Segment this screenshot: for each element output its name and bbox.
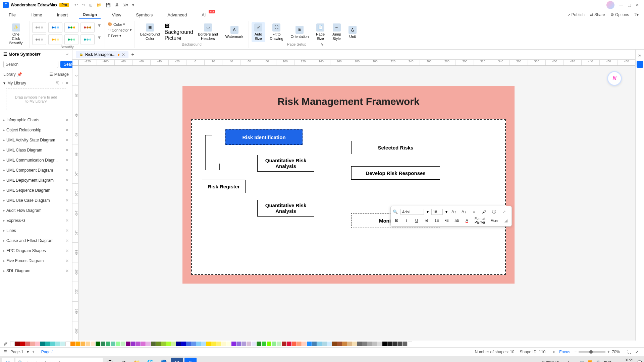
- color-swatch[interactable]: [186, 342, 191, 346]
- color-swatch[interactable]: [15, 342, 20, 346]
- right-panel-expand-icon[interactable]: »: [638, 52, 641, 58]
- theme-preset-4[interactable]: [80, 22, 95, 33]
- menu-advanced[interactable]: Advanced: [164, 11, 190, 19]
- node-quantitative-analysis-2[interactable]: Quantitative Risk Analysis: [257, 200, 314, 217]
- lib-item-close-icon[interactable]: ✕: [65, 188, 69, 193]
- page-size-button[interactable]: 📄Page Size: [313, 22, 327, 42]
- tray-notifications-icon[interactable]: 💬: [637, 360, 642, 362]
- color-swatch[interactable]: [337, 342, 342, 346]
- color-swatch[interactable]: [161, 342, 166, 346]
- color-swatch[interactable]: [282, 342, 286, 346]
- color-swatch[interactable]: [221, 342, 226, 346]
- lib-item-close-icon[interactable]: ✕: [65, 178, 69, 183]
- color-swatch[interactable]: [70, 342, 75, 346]
- tray-language[interactable]: ENG: [604, 361, 612, 362]
- color-swatch[interactable]: [231, 342, 236, 346]
- ai-assistant-badge[interactable]: N: [607, 71, 622, 86]
- library-category-item[interactable]: ▸EPC Diagram Shapes✕: [0, 246, 72, 256]
- color-swatch[interactable]: [35, 342, 40, 346]
- fit-page-icon[interactable]: ⛶: [627, 350, 631, 354]
- color-swatch[interactable]: [342, 342, 347, 346]
- color-swatch[interactable]: [50, 342, 55, 346]
- color-swatch[interactable]: [332, 342, 337, 346]
- focus-mode-button[interactable]: Focus: [559, 350, 570, 354]
- qat-export-icon[interactable]: ⇲▾: [123, 3, 128, 7]
- library-category-item[interactable]: ▸UML Use Case Diagram✕: [0, 195, 72, 205]
- library-category-item[interactable]: ▸Lines✕: [0, 226, 72, 236]
- color-swatch[interactable]: [372, 342, 377, 346]
- float-expand-icon[interactable]: ⤢: [500, 208, 508, 216]
- color-swatch[interactable]: [55, 342, 60, 346]
- library-category-item[interactable]: ▸UML Communication Diagr...✕: [0, 155, 72, 165]
- symbols-dropdown-icon[interactable]: ▾: [38, 52, 41, 57]
- align-icon[interactable]: ≡: [470, 208, 478, 216]
- menu-symbols[interactable]: Symbols: [132, 11, 156, 19]
- bold-button[interactable]: B: [393, 217, 400, 224]
- qat-more-icon[interactable]: ▾: [132, 3, 134, 7]
- color-swatch[interactable]: [171, 342, 176, 346]
- lib-item-close-icon[interactable]: ✕: [65, 198, 69, 203]
- canvas[interactable]: Risk Management Framework: [78, 66, 635, 341]
- taskbar-explorer-icon[interactable]: 📁: [131, 358, 143, 362]
- font-search-icon[interactable]: 🔍: [393, 209, 398, 214]
- color-swatch[interactable]: [382, 342, 387, 346]
- format-painter-icon[interactable]: 🖌: [480, 208, 488, 216]
- color-swatch[interactable]: [322, 342, 327, 346]
- decrease-font-icon[interactable]: A↓: [460, 208, 468, 216]
- lib-item-close-icon[interactable]: ✕: [65, 128, 69, 132]
- underline-button[interactable]: U: [413, 217, 420, 224]
- taskbar-edrawmax-icon[interactable]: E: [184, 358, 197, 362]
- color-swatch[interactable]: [297, 342, 302, 346]
- color-swatch[interactable]: [257, 342, 261, 346]
- color-swatch[interactable]: [30, 342, 35, 346]
- options-button[interactable]: ⚙ Options: [610, 12, 629, 17]
- color-swatch[interactable]: [75, 342, 80, 346]
- taskbar-cortana-icon[interactable]: ◯: [104, 358, 116, 362]
- symbol-search-input[interactable]: [3, 61, 58, 68]
- one-click-beautify-button[interactable]: ✨ One Click Beautify: [5, 22, 26, 47]
- theme-expand-icon[interactable]: ▾: [97, 34, 102, 45]
- qat-open-icon[interactable]: 📂: [97, 3, 102, 7]
- windows-start-button[interactable]: ⊞: [2, 358, 14, 362]
- color-swatch[interactable]: [252, 342, 256, 346]
- lib-item-close-icon[interactable]: ✕: [65, 118, 69, 122]
- focus-target-icon[interactable]: ⌖: [553, 350, 555, 354]
- color-swatch[interactable]: [367, 342, 372, 346]
- jump-style-button[interactable]: ⤻Jump Style: [329, 22, 344, 42]
- qat-save-icon[interactable]: 💾: [106, 3, 111, 7]
- library-category-item[interactable]: ▸Infographic Charts✕: [0, 115, 72, 125]
- color-swatch[interactable]: [65, 342, 70, 346]
- theme-preset-3[interactable]: [64, 22, 78, 33]
- format-painter-label[interactable]: Format Painter: [473, 217, 487, 224]
- tray-clock[interactable]: 01:21 20-10-2023: [615, 358, 634, 362]
- diagram-title[interactable]: Risk Management Framework: [182, 96, 515, 107]
- library-category-item[interactable]: ▸Express-G✕: [0, 216, 72, 226]
- color-swatch[interactable]: [241, 342, 246, 346]
- zoom-out-button[interactable]: −: [574, 350, 577, 354]
- color-swatch[interactable]: [287, 342, 291, 346]
- auto-size-button[interactable]: ⤢Auto Size: [252, 22, 265, 42]
- watermark-button[interactable]: AWatermark: [223, 24, 246, 40]
- zoom-slider[interactable]: [579, 351, 605, 353]
- node-selected-risks[interactable]: Selected Risks: [351, 141, 440, 154]
- info-icon[interactable]: ⓘ: [490, 208, 498, 216]
- font-dropdown[interactable]: T Font ▾: [108, 34, 132, 38]
- color-swatch[interactable]: [292, 342, 297, 346]
- color-swatch[interactable]: [267, 342, 271, 346]
- lib-item-close-icon[interactable]: ✕: [65, 248, 69, 253]
- color-swatch[interactable]: [40, 342, 45, 346]
- qat-print-icon[interactable]: 🖶: [115, 3, 119, 7]
- color-swatch[interactable]: [136, 342, 141, 346]
- mylib-expand-icon[interactable]: ▾: [3, 81, 5, 85]
- color-swatch[interactable]: [211, 342, 216, 346]
- lib-item-close-icon[interactable]: ✕: [65, 228, 69, 233]
- theme-preset-8[interactable]: [80, 34, 95, 45]
- color-swatch[interactable]: [101, 342, 105, 346]
- strike-button[interactable]: S: [423, 217, 430, 224]
- color-swatch[interactable]: [176, 342, 181, 346]
- borders-headers-button[interactable]: ▭Borders and Headers: [195, 22, 221, 42]
- lib-item-close-icon[interactable]: ✕: [65, 238, 69, 243]
- help-button[interactable]: ?▾: [634, 12, 639, 17]
- node-develop-responses[interactable]: Develop Risk Responses: [351, 166, 440, 180]
- theme-preset-5[interactable]: [32, 34, 46, 45]
